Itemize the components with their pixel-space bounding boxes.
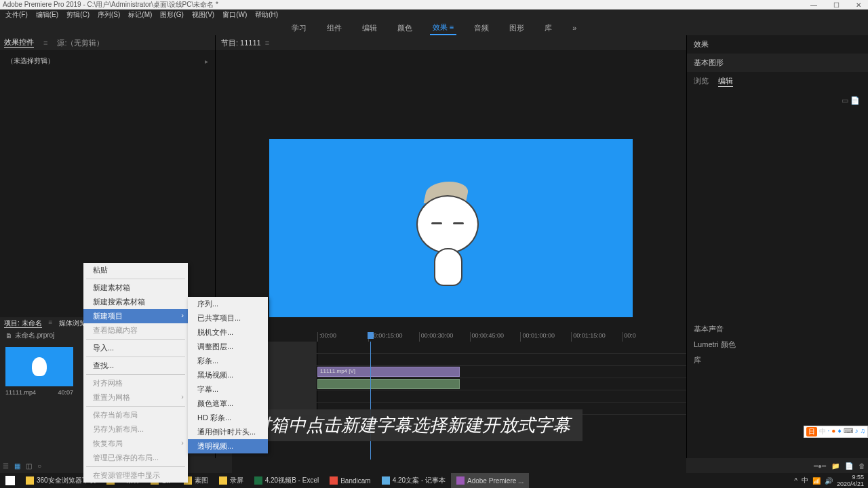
close-button[interactable]: ✕ [852, 1, 865, 9]
menu-item[interactable]: 帮助(H) [251, 10, 282, 20]
context-menu-item[interactable]: 另存为新布局... [83, 422, 188, 436]
list-view-icon[interactable]: ☰ [3, 462, 9, 470]
workspace-tab[interactable]: 编辑 [359, 22, 380, 35]
menubar: 文件(F)编辑(E)剪辑(C)序列(S)标记(M)图形(G)视图(V)窗口(W)… [0, 9, 868, 20]
taskbar-item[interactable]: Adobe Premiere ... [451, 473, 529, 488]
context-menu-item[interactable]: 脱机文件... [188, 325, 268, 340]
tab-project[interactable]: 项目: 未命名 [4, 319, 42, 328]
context-menu-item[interactable]: 新建素材箱 [83, 281, 188, 295]
new-bin-icon[interactable]: 📁 [831, 462, 840, 470]
sort-icon[interactable]: ○ [37, 462, 41, 470]
workspace-tab[interactable]: 颜色 [395, 22, 415, 35]
clip-duration: 40:07 [58, 389, 73, 396]
context-menu-item[interactable]: 查找... [83, 359, 188, 373]
workspace-tab[interactable]: 学习 [289, 22, 309, 35]
menu-item[interactable]: 视图(V) [188, 10, 218, 20]
context-menu-item[interactable]: 管理已保存的布局... [83, 451, 188, 465]
context-menu-item[interactable]: 查看隐藏内容 [83, 323, 188, 338]
layer-icon[interactable]: ▭ [842, 96, 848, 104]
context-menu-item[interactable]: 序列... [188, 297, 268, 311]
context-menu-item[interactable]: 在资源管理器中显示 [83, 468, 188, 483]
timeline-clip[interactable]: 11111.mp4 [V] [317, 367, 460, 377]
clip-name: 11111.mp4 [5, 389, 36, 396]
essential-sound-panel[interactable]: 基本声音 [694, 321, 861, 337]
menu-item[interactable]: 标记(M) [124, 10, 156, 20]
tab-browse[interactable]: 浏览 [694, 76, 709, 87]
clock-time: 9:55 [837, 474, 864, 481]
tab-edit[interactable]: 编辑 [718, 76, 733, 87]
taskbar-item[interactable]: Bandicam [324, 473, 376, 488]
workspace-tab[interactable]: 库 [542, 22, 555, 35]
project-context-menu: 粘贴新建素材箱新建搜索素材箱新建项目查看隐藏内容导入...查找...对齐网格重置… [83, 263, 188, 483]
tray-chevron-icon[interactable]: ^ [794, 477, 797, 485]
workspace-overflow[interactable]: » [570, 22, 579, 33]
workspace-tab[interactable]: 效果 ≡ [430, 21, 456, 35]
timeline-audio-clip[interactable] [317, 379, 460, 389]
workspace-tabs: 学习组件编辑颜色效果 ≡音频图形库» [0, 20, 868, 35]
new-item-icon[interactable]: 📄 [845, 462, 853, 470]
libraries-panel[interactable]: 库 [694, 352, 861, 368]
menu-item[interactable]: 序列(S) [94, 10, 124, 20]
icon-view-icon[interactable]: ▦ [14, 462, 20, 470]
context-menu-item[interactable]: HD 彩条... [188, 411, 268, 425]
taskbar-item[interactable]: 4.20视频B - Excel [249, 473, 324, 488]
project-filename: 未命名.prproj [15, 331, 54, 340]
context-menu-item[interactable]: 已共享项目... [188, 311, 268, 325]
freeform-view-icon[interactable]: ◫ [26, 462, 32, 470]
context-menu-item[interactable]: 调整图层... [188, 340, 268, 354]
tab-source[interactable]: 源:（无剪辑） [57, 38, 104, 48]
workspace-tab[interactable]: 组件 [324, 22, 344, 35]
timeline-playhead[interactable] [370, 342, 371, 460]
context-menu-item[interactable]: 恢复布局 [83, 436, 188, 451]
graphics-panel-title[interactable]: 基本图形 [687, 54, 868, 72]
start-button[interactable] [0, 473, 20, 488]
context-menu-item[interactable]: 黑场视频... [188, 368, 268, 382]
maximize-button[interactable]: ☐ [829, 1, 844, 9]
context-menu-item[interactable]: 颜色遮罩... [188, 396, 268, 411]
context-menu-item[interactable]: 新建项目 [83, 309, 188, 323]
context-menu-item[interactable]: 粘贴 [83, 263, 188, 277]
chevron-right-icon[interactable]: ▸ [205, 58, 208, 65]
context-menu-item[interactable]: 导入... [83, 341, 188, 355]
program-title: 节目: 11111 [221, 38, 261, 48]
context-menu-item[interactable]: 通用倒计时片头... [188, 425, 268, 439]
lumetri-color-panel[interactable]: Lumetri 颜色 [694, 337, 861, 352]
taskbar-item[interactable]: 4.20文案 - 记事本 [376, 473, 451, 488]
menu-item[interactable]: 图形(G) [156, 10, 187, 20]
context-menu-item[interactable]: 重置为网格 [83, 390, 188, 405]
no-clip-selected: （未选择剪辑） [7, 56, 54, 66]
zoom-slider[interactable]: ━●━ [814, 462, 826, 470]
context-menu-item[interactable]: 字幕... [188, 382, 268, 396]
context-menu-item[interactable]: 保存当前布局 [83, 408, 188, 422]
delete-icon[interactable]: 🗑 [859, 462, 865, 470]
context-menu-item[interactable]: 透明视频... [188, 439, 268, 453]
clock-date: 2020/4/21 [837, 481, 864, 487]
tab-effect-controls[interactable]: 效果控件 [4, 37, 34, 48]
context-menu-item[interactable]: 新建搜索素材箱 [83, 295, 188, 309]
new-layer-icon[interactable]: 📄 [850, 96, 860, 104]
context-menu-item[interactable]: 彩条... [188, 354, 268, 368]
workspace-tab[interactable]: 图形 [507, 22, 527, 35]
ime-indicator[interactable]: 日中·●♦⌨♪♫ [804, 426, 868, 438]
window-title: Adobe Premiere Pro 2019 - C:\用户\Administ… [3, 0, 218, 9]
project-clip-thumbnail[interactable]: 11111.mp4 40:07 [5, 347, 73, 396]
taskbar-item[interactable]: 录屏 [214, 473, 249, 488]
effects-panel-title[interactable]: 效果 [687, 35, 868, 54]
menu-item[interactable]: 文件(F) [1, 10, 32, 20]
context-menu-item[interactable]: 对齐网格 [83, 376, 188, 390]
minimize-button[interactable]: — [806, 1, 821, 9]
bin-icon: 🗎 [5, 332, 12, 340]
workspace-tab[interactable]: 音频 [471, 22, 492, 35]
tray-volume-icon[interactable]: 🔊 [825, 477, 833, 485]
menu-item[interactable]: 剪辑(C) [62, 10, 94, 20]
ime-lang[interactable]: 中 [802, 476, 808, 485]
menu-item[interactable]: 编辑(E) [32, 10, 62, 20]
tray-network-icon[interactable]: 📶 [812, 477, 821, 485]
menu-item[interactable]: 窗口(W) [218, 10, 251, 20]
new-item-submenu: 序列...已共享项目...脱机文件...调整图层...彩条...黑场视频...字… [188, 297, 268, 453]
